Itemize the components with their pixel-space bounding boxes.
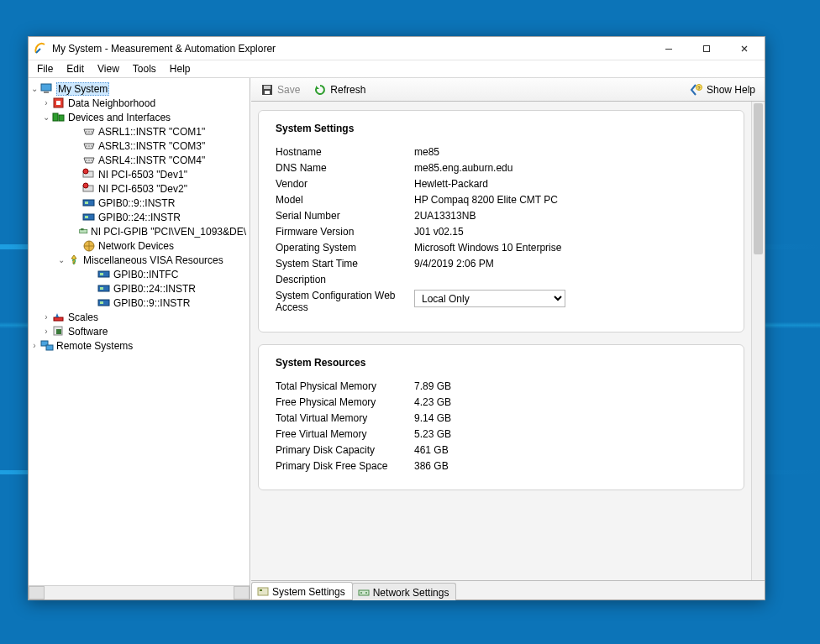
remote-icon [40, 339, 54, 353]
tree-label: ASRL1::INSTR "COM1" [98, 126, 205, 138]
show-help-button[interactable]: ? Show Help [684, 80, 761, 100]
tree-pci-gpib[interactable]: NI PCI-GPIB "PCI\VEN_1093&DE\ [29, 224, 250, 238]
svg-rect-45 [258, 588, 268, 595]
tree-data-neighborhood[interactable]: › Data Neighborhood [29, 96, 250, 110]
svg-point-48 [360, 592, 362, 594]
data-icon [52, 97, 66, 110]
menu-view[interactable]: View [91, 61, 126, 76]
tab-system-settings[interactable]: System Settings [251, 582, 353, 599]
tree-asrl4[interactable]: ASRL4::INSTR "COM4" [29, 153, 250, 167]
start-time-value: 9/4/2019 2:06 PM [414, 258, 494, 270]
tab-label: Network Settings [373, 587, 449, 599]
svg-point-12 [88, 145, 89, 146]
svg-point-10 [91, 131, 92, 132]
svg-rect-34 [100, 301, 103, 304]
show-help-label: Show Help [707, 84, 755, 96]
svg-point-18 [83, 169, 88, 174]
save-button[interactable]: Save [255, 80, 306, 100]
maximize-button[interactable] [687, 37, 725, 60]
svg-rect-30 [100, 273, 103, 275]
tree-misc-gpib24[interactable]: GPIB0::24::INSTR [29, 281, 250, 296]
tree-label: GPIB0::24::INSTR [113, 283, 196, 295]
svg-point-8 [86, 131, 87, 132]
refresh-icon [313, 83, 327, 97]
devices-icon [52, 111, 66, 124]
menu-edit[interactable]: Edit [60, 61, 91, 76]
tab-network-settings[interactable]: Network Settings [352, 583, 457, 600]
chevron-right-icon[interactable]: › [40, 327, 52, 336]
tree-pci-dev2[interactable]: NI PCI-6503 "Dev2" [29, 181, 250, 196]
total-virtual-memory-value: 9.14 GB [414, 412, 451, 424]
panel-title: System Resources [276, 357, 727, 369]
tree-label: Devices and Interfaces [68, 112, 171, 123]
tree-gpib24[interactable]: GPIB0::24::INSTR [29, 210, 250, 224]
tree-label: Scales [68, 312, 98, 323]
tree-my-system[interactable]: ⌄ My System [29, 81, 250, 96]
menu-help[interactable]: Help [163, 61, 197, 76]
chevron-right-icon[interactable]: › [40, 312, 52, 322]
close-button[interactable] [725, 37, 763, 60]
tree-software[interactable]: › Software [29, 324, 250, 338]
tree-gpib-intfc[interactable]: GPIB0::INTFC [29, 267, 250, 281]
tree-gpib9[interactable]: GPIB0::9::INSTR [29, 196, 250, 210]
tree-misc-gpib9[interactable]: GPIB0::9::INSTR [29, 296, 250, 310]
panel-title: System Settings [276, 123, 727, 134]
primary-disk-free-label: Primary Disk Free Space [276, 460, 414, 472]
svg-rect-46 [260, 589, 262, 591]
monitor-icon [40, 82, 54, 96]
menu-tools[interactable]: Tools [126, 61, 163, 76]
primary-disk-free-value: 386 GB [414, 460, 449, 472]
vertical-scrollbar[interactable] [751, 102, 765, 580]
app-icon [34, 42, 47, 55]
menu-file[interactable]: File [30, 61, 60, 76]
tree-network-devices[interactable]: Network Devices [29, 238, 250, 253]
firmware-label: Firmware Version [276, 226, 414, 238]
vendor-label: Vendor [276, 178, 414, 190]
tab-label: System Settings [272, 586, 345, 598]
svg-point-9 [88, 131, 89, 132]
tree-misc-visa[interactable]: ⌄ ? Miscellaneous VISA Resources [29, 253, 250, 267]
refresh-label: Refresh [330, 84, 365, 96]
chevron-down-icon[interactable]: ⌄ [55, 255, 67, 264]
serial-port-icon [82, 139, 96, 153]
tree-label: Software [68, 326, 108, 338]
scales-icon [52, 311, 66, 324]
serial-port-icon [82, 154, 96, 167]
tree-horizontal-scrollbar[interactable] [29, 585, 250, 599]
tree-label: GPIB0::9::INSTR [113, 297, 190, 309]
tree-remote-systems[interactable]: › Remote Systems [29, 338, 250, 353]
bottom-tabs: System Settings Network Settings [251, 581, 765, 599]
tree-label: Miscellaneous VISA Resources [83, 254, 223, 266]
tree-label: My System [56, 82, 109, 96]
free-physical-memory-label: Free Physical Memory [276, 396, 414, 408]
tree-scales[interactable]: › Scales [29, 310, 250, 324]
instrument-icon [82, 211, 96, 224]
svg-point-49 [365, 592, 367, 594]
tree-pci-dev1[interactable]: NI PCI-6503 "Dev1" [29, 167, 250, 181]
help-icon: ? [690, 83, 703, 97]
tree-asrl1[interactable]: ASRL1::INSTR "COM1" [29, 124, 250, 139]
tree-asrl3[interactable]: ASRL3::INSTR "COM3" [29, 139, 250, 153]
chevron-down-icon[interactable]: ⌄ [29, 84, 40, 93]
web-access-select[interactable]: Local Only [414, 290, 565, 307]
titlebar[interactable]: My System - Measurement & Automation Exp… [29, 37, 765, 60]
tree-label: Data Neighborhood [68, 97, 155, 109]
svg-rect-37 [56, 329, 61, 334]
chevron-right-icon[interactable]: › [29, 341, 40, 350]
window-buttons [649, 37, 763, 60]
svg-rect-6 [53, 113, 58, 121]
scrollbar-thumb[interactable] [754, 103, 763, 254]
svg-point-20 [83, 183, 88, 188]
tree[interactable]: ⌄ My System › Data Neighborhood ⌄ Device… [29, 78, 250, 585]
minimize-button[interactable] [649, 37, 687, 60]
chevron-right-icon[interactable]: › [40, 98, 52, 107]
svg-point-13 [91, 145, 92, 146]
svg-text:?: ? [71, 258, 76, 266]
tree-devices-and-interfaces[interactable]: ⌄ Devices and Interfaces [29, 110, 250, 124]
free-virtual-memory-value: 5.23 GB [414, 428, 451, 440]
description-label: Description [276, 274, 414, 285]
refresh-button[interactable]: Refresh [308, 80, 371, 100]
content-inner[interactable]: System Settings Hostnameme85 DNS Nameme8… [251, 102, 751, 580]
chevron-down-icon[interactable]: ⌄ [40, 113, 52, 122]
network-icon [82, 239, 96, 253]
